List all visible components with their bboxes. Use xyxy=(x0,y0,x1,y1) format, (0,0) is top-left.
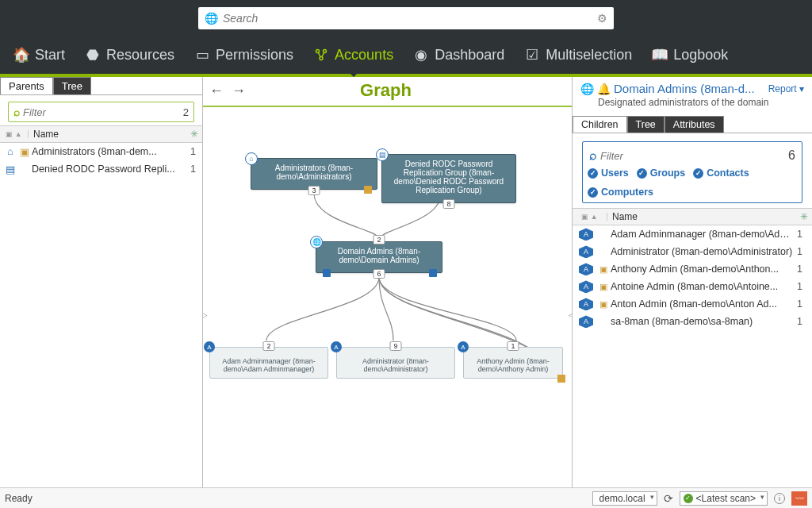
domain-selector[interactable]: demo.local xyxy=(592,491,657,506)
row-label: Administrator (8man-demo\Administrator) xyxy=(611,246,793,257)
right-column-header: ▣ ▲ Name ✳ xyxy=(573,208,812,225)
graph-node-administrator[interactable]: A 9 Administrator (8man-demo\Administrat… xyxy=(336,347,455,379)
status-ok-icon: ✓ xyxy=(684,494,693,503)
dashboard-icon: ◉ xyxy=(414,48,428,62)
gear-icon[interactable]: ⚙ xyxy=(597,12,607,25)
status-ready: Ready xyxy=(5,493,33,504)
user-icon: A xyxy=(458,341,469,352)
resources-icon: ⬣ xyxy=(86,48,100,62)
global-search[interactable]: 🌐 ⚙ xyxy=(198,7,614,29)
chip-users[interactable]: ✓Users xyxy=(588,167,629,179)
row-count: 1 xyxy=(793,316,806,327)
left-filter[interactable]: ⌕ 2 xyxy=(8,102,194,122)
nav-arrows: ← → xyxy=(209,83,246,99)
nav-resources[interactable]: ⬣ Resources xyxy=(86,36,174,74)
graph-canvas[interactable]: ⌂ Administrators (8man-demo\Administrato… xyxy=(203,110,572,487)
user-icon: A xyxy=(579,315,593,328)
left-filter-input[interactable] xyxy=(23,106,183,118)
node-badge: 2 xyxy=(262,341,274,351)
folder-icon: ▣ xyxy=(17,146,32,158)
node-label: Administrator (8man-demo\Administrator) xyxy=(362,357,429,373)
nav-multiselection[interactable]: ☑ Multiselection xyxy=(525,36,632,74)
node-badge: 8 xyxy=(442,199,454,209)
folder-icon: ▣ xyxy=(598,264,609,275)
nav-permissions[interactable]: ▭ Permissions xyxy=(195,36,293,74)
nav-label: Start xyxy=(35,47,65,64)
chip-computers[interactable]: ✓Computers xyxy=(588,187,653,198)
chip-contacts[interactable]: ✓Contacts xyxy=(693,167,749,179)
health-icon[interactable]: 〰 xyxy=(791,491,807,506)
sort-indicator-icon[interactable]: ▣ ▲ xyxy=(0,130,29,138)
user-icon: A xyxy=(331,341,342,352)
graph-node-domain-admins[interactable]: 🌐 2 Domain Admins (8man-demo\Domain Admi… xyxy=(316,241,442,273)
splitter-right[interactable]: ◁ xyxy=(569,299,572,331)
tab-tree-right[interactable]: Tree xyxy=(627,116,665,133)
child-row[interactable]: A ▣ Antoine Admin (8man-demo\Antoine... … xyxy=(573,278,812,295)
user-icon: A xyxy=(579,263,593,275)
tab-attributes[interactable]: Attributes xyxy=(665,116,724,133)
search-input[interactable] xyxy=(223,12,597,25)
group-icon: ▤ xyxy=(376,148,389,161)
nav-label: Accounts xyxy=(335,47,393,64)
accounts-icon xyxy=(314,48,328,62)
row-count: 1 xyxy=(793,281,806,292)
node-decor-icon xyxy=(364,186,372,194)
globe-icon: 🌐 xyxy=(205,12,218,25)
nav-label: Logbook xyxy=(673,47,728,64)
filter-icon: ⌕ xyxy=(589,148,597,163)
globe-icon: 🌐 xyxy=(580,83,594,95)
left-column-header: ▣ ▲ Name ✳ xyxy=(0,125,202,143)
bug-icon[interactable]: ✳ xyxy=(186,129,202,140)
info-icon[interactable]: i xyxy=(774,493,785,504)
parent-row-denied-rodc[interactable]: ▤ Denied RODC Password Repli... 1 xyxy=(0,160,202,178)
graph-node-anthony[interactable]: A 1 Anthony Admin (8man-demo\Anthony Adm… xyxy=(463,347,563,379)
parent-row-administrators[interactable]: ⌂ ▣ Administrators (8man-dem... 1 xyxy=(0,143,202,160)
check-icon: ✓ xyxy=(588,187,598,198)
tab-children[interactable]: Children xyxy=(573,116,627,133)
node-decor-icon xyxy=(323,269,331,277)
child-row[interactable]: A Adam Adminmanager (8man-demo\Ada... 1 xyxy=(573,225,812,243)
node-badge-top: 2 xyxy=(373,235,385,244)
graph-title: Graph xyxy=(246,80,526,101)
graph-node-administrators[interactable]: ⌂ Administrators (8man-demo\Administrato… xyxy=(251,158,377,190)
bug-icon[interactable]: ✳ xyxy=(796,211,812,222)
tab-tree-left[interactable]: Tree xyxy=(53,77,91,94)
splitter-left[interactable]: ▷ xyxy=(203,299,206,331)
scan-selector[interactable]: ✓ <Latest scan> xyxy=(680,491,768,506)
right-filter-input[interactable] xyxy=(600,150,788,162)
bell-icon: 🔔 xyxy=(597,83,611,95)
refresh-icon[interactable]: ⟳ xyxy=(664,492,673,505)
nav-dashboard[interactable]: ◉ Dashboard xyxy=(414,36,504,74)
node-badge-bottom: 6 xyxy=(373,269,385,279)
child-row[interactable]: A ▣ Anthony Admin (8man-demo\Anthon... 1 xyxy=(573,260,812,278)
right-filter-count: 6 xyxy=(788,148,795,163)
child-row[interactable]: A sa-8man (8man-demo\sa-8man) 1 xyxy=(573,313,812,330)
graph-node-denied-rodc[interactable]: ▤ Denied RODC Password Replication Group… xyxy=(381,154,516,203)
main-nav: 🏠 Start ⬣ Resources ▭ Permissions Accoun… xyxy=(0,36,812,77)
node-badge: 9 xyxy=(389,341,401,351)
parents-panel: Parents Tree ⌕ 2 ▣ ▲ Name ✳ ⌂ ▣ Administ… xyxy=(0,77,203,487)
graph-node-adam[interactable]: A 2 Adam Adminmanager (8man-demo\Adam Ad… xyxy=(209,347,328,379)
node-label: Denied RODC Password Replication Group (… xyxy=(394,160,504,194)
nav-logbook[interactable]: 📖 Logbook xyxy=(653,36,728,74)
back-arrow-icon[interactable]: ← xyxy=(209,83,224,99)
column-name[interactable]: Name xyxy=(29,129,186,140)
nav-start[interactable]: 🏠 Start xyxy=(14,36,65,74)
home-icon: 🏠 xyxy=(14,48,29,62)
child-row[interactable]: A ▣ Anton Admin (8man-demo\Anton Ad... 1 xyxy=(573,295,812,313)
tab-parents[interactable]: Parents xyxy=(0,77,53,94)
chip-groups[interactable]: ✓Groups xyxy=(637,167,685,179)
sort-indicator-icon[interactable]: ▣ ▲ xyxy=(573,213,607,221)
nav-accounts[interactable]: Accounts xyxy=(314,36,393,74)
svg-point-2 xyxy=(320,57,323,60)
user-icon: A xyxy=(579,245,593,258)
nav-label: Permissions xyxy=(216,47,293,64)
selected-title: Domain Admins (8man-d... xyxy=(614,82,765,95)
column-name[interactable]: Name xyxy=(607,211,796,222)
forward-arrow-icon[interactable]: → xyxy=(232,83,246,99)
node-badge: 1 xyxy=(507,341,519,351)
report-dropdown[interactable]: Report ▾ xyxy=(768,83,804,94)
child-row[interactable]: A Administrator (8man-demo\Administrator… xyxy=(573,243,812,260)
row-label: Administrators (8man-dem... xyxy=(32,146,186,157)
home-icon: ⌂ xyxy=(245,152,258,165)
